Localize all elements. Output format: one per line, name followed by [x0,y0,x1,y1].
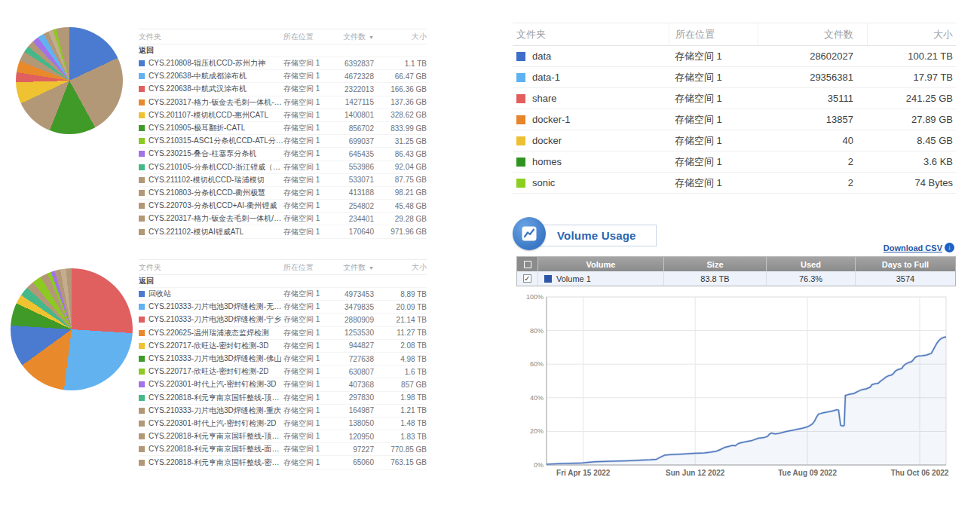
table-row[interactable]: CYS.201107-模切机CCD-惠州CATL存储空间 11400801328… [139,109,427,122]
table-row[interactable]: CYS.210905-极耳翻折-CATL存储空间 1856702833.99 G… [139,122,427,135]
folder-name: data-1 [532,72,560,83]
table-row[interactable]: CYS.210315-ASC1分条机CCD-ATL分条机存储空间 1699037… [139,135,427,148]
folder-color-swatch [139,73,145,79]
download-csv-label[interactable]: Download CSV [884,243,942,252]
folder-filecount: 297830 [329,393,374,402]
table-row[interactable]: CYS.210105-分条机CCD-浙江锂威（兰溪）存储空间 155398692… [139,161,427,174]
table-row[interactable]: data存储空间 128602027100.21 TB [513,46,956,67]
table-row[interactable]: CYS.220818-利元亨南京国轩整线-顶盖焊-3D存储空间 12978301… [139,392,427,405]
table-row[interactable]: CYS.220317-格力-钣金去毛刺一体机-缺陷检测存储空间 11427115… [139,96,427,109]
folder-name-cell: share [513,93,669,104]
folder-location: 存储空间 1 [283,162,329,173]
table-row[interactable]: CYS.220703-分条机CCD+AI-衢州锂威存储空间 125480245.… [139,200,427,213]
table-row[interactable]: CYS.220638-中航武汉涂布机存储空间 12322013166.36 GB [139,83,427,96]
table-row[interactable]: sonic存储空间 1274 Bytes [513,173,956,194]
folder-name: CYS.220717-欣旺达-密封钉检测-3D [149,341,268,351]
folder-name-cell: CYS.230215-叠合-柱塞泵分条机 [139,148,283,159]
table-row[interactable]: CYS.211102-模切机CCD-瑞浦模切存储空间 153307187.75 … [139,174,427,187]
folder-name: CYS.220625-温州瑞浦液态监焊检测 [149,328,269,338]
folder-filecount: 2322013 [329,85,374,93]
select-all-checkbox[interactable] [517,257,537,271]
folder-name: CYS.220818-利元亨南京国轩整线-顶盖焊-2D [149,431,283,442]
table-row[interactable]: CYS.230215-叠合-柱塞泵分条机存储空间 164543586.43 GB [139,148,427,161]
folder-location: 存储空间 1 [283,341,329,351]
table-row[interactable]: CYS.220717-欣旺达-密封钉检测-3D存储空间 19448272.08 … [139,340,427,353]
table-row[interactable]: CYS.210333-刀片电池3D焊缝检测-无为-2期存储空间 13479835… [139,301,427,314]
column-header-days-to-full[interactable]: Days to Full [855,257,955,271]
volume-name-cell: Volume 1 [537,271,663,286]
folder-color-swatch [139,151,145,157]
folder-location: 存储空间 1 [283,353,329,364]
column-header-folder[interactable]: 文件夹 [513,23,669,45]
column-header-folder[interactable]: 文件夹 [139,32,283,42]
column-header-location[interactable]: 所在位置 [283,32,329,42]
column-header-location[interactable]: 所在位置 [283,262,329,273]
table-row[interactable]: CYS.220638-中航成都涂布机存储空间 1467232866.47 GB [139,70,427,83]
table-row[interactable]: homes存储空间 123.6 KB [513,151,956,173]
storage-analyzer-page: 文件夹所在位置文件数 ▼大小返回CYS.210808-辊压机CCD-苏州力神存储… [0,0,980,517]
table-row[interactable]: CYS.210333-刀片电池3D焊缝检测-佛山存储空间 17276384.98… [139,353,427,366]
download-csv-link[interactable]: Download CSV ↓ [884,243,954,252]
folder-name: CYS.220638-中航武汉涂布机 [149,84,247,94]
folder-name: CYS.210808-辊压机CCD-苏州力神 [149,58,265,69]
column-header-size[interactable]: 大小 [374,262,427,273]
table-row[interactable]: CYS.220301-时代上汽-密封钉检测-2D存储空间 11380501.48… [139,418,427,430]
table-row[interactable]: CYS.210808-辊压机CCD-苏州力神存储空间 163928371.1 T… [139,57,427,70]
column-header-size[interactable]: 大小 [374,32,427,42]
column-header-size[interactable]: Size [663,257,766,271]
column-header-folder[interactable]: 文件夹 [139,262,283,273]
table-row[interactable]: CYS.220625-温州瑞浦液态监焊检测存储空间 1125353011.27 … [139,327,427,340]
column-header-filecount[interactable]: 文件数 ▼ [329,32,374,42]
download-arrow-icon[interactable]: ↓ [945,243,954,252]
folder-color-swatch [139,138,145,144]
folder-filecount: 138050 [329,419,374,427]
column-header-location[interactable]: 所在位置 [669,23,758,45]
folder-location: 存储空间 1 [283,175,329,185]
folder-size: 833.99 GB [374,124,427,133]
column-header-used[interactable]: Used [766,257,855,271]
table-row[interactable]: CYS.221102-模切AI锂威ATL存储空间 1170640971.96 G… [139,225,427,238]
back-row[interactable]: 返回 [139,275,427,288]
folder-color-swatch [516,94,525,103]
column-header-filecount[interactable]: 文件数 ▼ [329,262,374,273]
volume-row[interactable]: ✓Volume 183.8 TB76.3%3574 [517,271,955,286]
folder-name-cell: 回收站 [139,289,283,299]
column-header-volume[interactable]: Volume [537,257,663,271]
table-row[interactable]: 回收站存储空间 149734538.89 TB [139,288,427,301]
table-row[interactable]: docker存储空间 1408.45 GB [513,130,956,151]
table-row[interactable]: CYS.220717-欣旺达-密封钉检测-2D存储空间 16308071.6 T… [139,366,427,378]
folder-name: docker-1 [532,114,571,125]
folder-name: CYS.220818-利元亨南京国轩整线-密封钉 [149,457,283,468]
folder-location: 存储空间 1 [283,431,329,442]
table-row[interactable]: CYS.210803-分条机CCD-衢州极慧存储空间 141318898.21 … [139,187,427,200]
table-row[interactable]: share存储空间 135111241.25 GB [513,88,956,109]
folder-color-swatch [139,381,145,387]
table-row[interactable]: CYS.220818-利元亨南京国轩整线-顶盖焊-2D存储空间 11209501… [139,430,427,443]
folder-name-cell: CYS.220818-利元亨南京国轩整线-顶盖焊-3D [139,393,283,403]
folder-filecount: 4973453 [329,290,374,298]
table-row[interactable]: CYS.220317-格力-钣金去毛刺一体机/定位存储空间 123440129.… [139,213,427,225]
back-row[interactable]: 返回 [139,44,427,57]
table-row[interactable]: CYS.210333-刀片电池3D焊缝检测-重庆存储空间 11649871.21… [139,405,427,418]
table-row[interactable]: docker-1存储空间 11385727.89 GB [513,109,956,130]
folder-name-cell: CYS.220301-时代上汽-密封钉检测-3D [139,379,283,390]
table-row[interactable]: data-1存储空间 12935638117.97 TB [513,67,956,88]
folder-name-cell: CYS.220301-时代上汽-密封钉检测-2D [139,418,283,429]
folder-filecount: 170640 [329,228,374,236]
column-header-size[interactable]: 大小 [867,23,956,45]
folder-name: share [532,93,557,104]
folder-color-swatch [516,136,525,145]
folder-name-cell: CYS.210105-分条机CCD-浙江锂威（兰溪） [139,162,283,173]
folder-size: 29.28 GB [374,215,427,223]
table-row[interactable]: CYS.220818-利元亨南京国轩整线-面板蓝光检查-...存储空间 1972… [139,443,427,456]
column-header-filecount[interactable]: 文件数 [758,23,867,45]
folder-size: 1.21 TB [374,406,427,415]
volume-checkbox[interactable]: ✓ [523,274,531,283]
table-row[interactable]: CYS.220301-时代上汽-密封钉检测-3D存储空间 1407368857 … [139,378,427,391]
table-row[interactable]: CYS.220818-利元亨南京国轩整线-密封钉存储空间 165060763.1… [139,456,427,469]
folder-filecount: 645435 [329,150,374,158]
folder-location: 存储空间 1 [283,148,329,159]
table-row[interactable]: CYS.210333-刀片电池3D焊缝检测-宁乡存储空间 1288090921.… [139,314,427,326]
folder-name-cell: CYS.210333-刀片电池3D焊缝检测-佛山 [139,353,283,364]
folder-location: 存储空间 1 [283,110,329,121]
